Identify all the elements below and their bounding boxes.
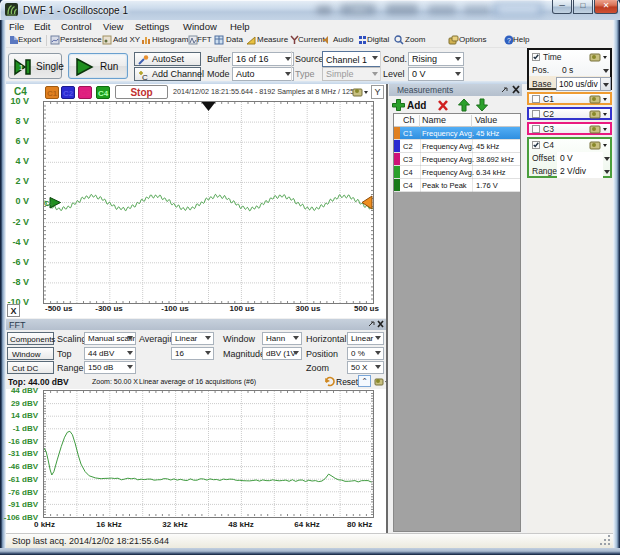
svg-text:C4: C4 xyxy=(44,200,53,207)
svg-text:?: ? xyxy=(507,37,511,44)
svg-text:C: C xyxy=(142,73,148,80)
svg-text:Add: Add xyxy=(407,100,426,111)
svg-text:1: 1 xyxy=(19,63,24,72)
